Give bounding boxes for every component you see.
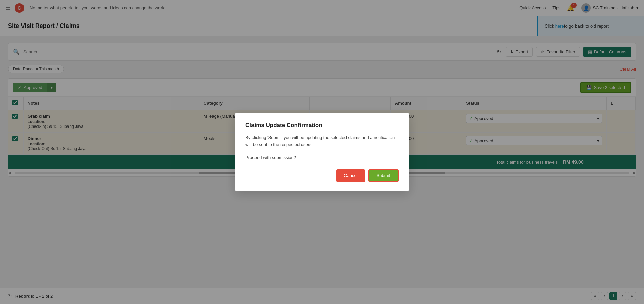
modal-body: By clicking 'Submit' you will be updatin… — [245, 134, 399, 148]
submit-button[interactable]: Submit — [368, 169, 399, 182]
modal-actions: Cancel Submit — [245, 169, 399, 182]
modal-title: Claims Update Confirmation — [245, 122, 399, 129]
modal-question: Proceed with submission? — [245, 155, 399, 160]
cancel-button[interactable]: Cancel — [336, 169, 365, 182]
modal: Claims Update Confirmation By clicking '… — [235, 113, 409, 191]
modal-overlay: Claims Update Confirmation By clicking '… — [0, 0, 644, 304]
